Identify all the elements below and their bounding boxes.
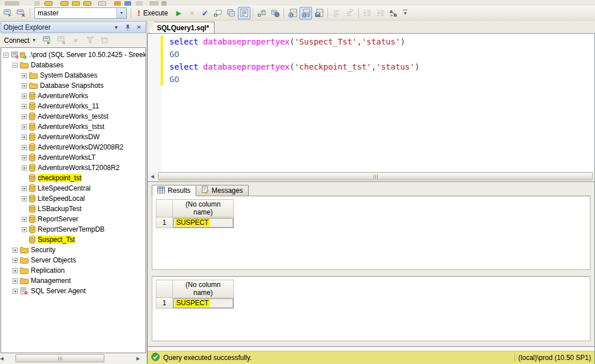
execution-plan-icon[interactable]: [225, 7, 237, 19]
tree-item[interactable]: +AdventureWorksDW: [1, 132, 145, 142]
close-icon[interactable]: ✕: [135, 23, 143, 31]
grid-row-header[interactable]: 1: [156, 217, 173, 228]
expand-icon[interactable]: +: [22, 83, 27, 88]
expand-icon[interactable]: +: [13, 248, 18, 253]
expand-icon[interactable]: +: [22, 196, 27, 201]
expand-icon[interactable]: +: [22, 94, 27, 99]
expand-icon[interactable]: +: [22, 186, 27, 191]
tab-results[interactable]: Results: [152, 185, 196, 196]
change-connection-icon[interactable]: [2, 7, 14, 19]
tree-item[interactable]: +Management: [1, 276, 145, 286]
expand-icon[interactable]: +: [13, 289, 18, 294]
expand-icon[interactable]: +: [22, 145, 27, 150]
tree-item[interactable]: +AdventureWorks_11: [1, 101, 145, 111]
grid-column-header[interactable]: (No column name): [173, 280, 234, 298]
expand-icon[interactable]: +: [22, 73, 27, 78]
toolbar-separator: [131, 8, 131, 18]
code-area[interactable]: select databasepropertyex('Suspect_Tst',…: [163, 34, 594, 172]
connect-server-icon[interactable]: [41, 34, 54, 47]
tree-item[interactable]: +AdventureWorksDW2008R2: [1, 142, 145, 152]
clipped-icon: [149, 1, 159, 6]
tab-sqlquery1[interactable]: SQLQuery1.sql*: [149, 22, 214, 33]
debug-play-icon[interactable]: ▶: [172, 7, 185, 19]
success-check-icon: [151, 353, 160, 363]
expand-icon[interactable]: +: [22, 155, 27, 160]
scroll-left-icon[interactable]: ◀: [148, 172, 157, 181]
collapse-icon[interactable]: −: [3, 52, 9, 58]
tree-item[interactable]: +AdventureWorks_tstst: [1, 122, 145, 132]
tree-item[interactable]: +AdventureWorksLT: [1, 152, 145, 163]
tree-item[interactable]: +Replication: [1, 265, 145, 276]
disconnect-icon[interactable]: [15, 7, 27, 19]
execute-button[interactable]: ! Execute: [133, 7, 172, 19]
results-to-text-icon[interactable]: 1010: [286, 7, 299, 19]
chevron-down-icon[interactable]: ▼: [116, 8, 126, 18]
editor-hscrollbar[interactable]: ◀: [147, 172, 595, 181]
grid-cell[interactable]: SUSPECT: [173, 217, 234, 228]
expand-icon[interactable]: +: [13, 258, 18, 263]
template-parameters-icon[interactable]: [212, 7, 224, 19]
database-icon: [29, 215, 35, 223]
results-to-file-icon[interactable]: 1010: [313, 7, 325, 19]
tree-item[interactable]: checkpoint_tst: [1, 173, 145, 183]
pin-icon[interactable]: [123, 23, 132, 31]
grid-row-header[interactable]: 1: [156, 298, 173, 309]
client-statistics-icon[interactable]: [269, 7, 281, 19]
toolbar-overflow-icon[interactable]: ▼: [400, 9, 410, 17]
expand-icon[interactable]: +: [13, 268, 18, 273]
clipped-icon: [114, 1, 121, 6]
scroll-right-icon[interactable]: ▶: [133, 354, 143, 363]
tree-item[interactable]: +AdventureWorksLT2008R2: [1, 163, 145, 173]
messages-icon: [201, 186, 209, 195]
result-grid-2[interactable]: (No column name)1SUSPECT: [152, 276, 590, 341]
object-explorer-hscrollbar[interactable]: ◀ ▶: [1, 354, 146, 363]
grid-corner[interactable]: [156, 200, 173, 217]
tree-item[interactable]: −Databases: [1, 60, 145, 70]
tab-messages[interactable]: Messages: [196, 185, 249, 196]
expand-icon[interactable]: +: [22, 124, 27, 130]
query-options-icon[interactable]: [238, 7, 250, 19]
tree-item[interactable]: LSBackupTest: [1, 204, 145, 214]
scroll-left-icon[interactable]: ◀: [0, 354, 6, 363]
tree-item[interactable]: +LiteSpeedCentral: [1, 183, 145, 193]
tree-item[interactable]: +ReportServer: [1, 214, 145, 224]
expand-icon[interactable]: +: [22, 165, 27, 171]
scrollbar-thumb[interactable]: [15, 354, 104, 362]
window-position-icon[interactable]: ▾: [112, 23, 120, 31]
expand-icon[interactable]: +: [22, 227, 27, 232]
collapse-icon[interactable]: −: [13, 63, 18, 68]
tree-item[interactable]: +ReportServerTempDB: [1, 224, 145, 234]
connect-button[interactable]: Connect ▼: [1, 35, 39, 46]
tree-item[interactable]: Suspect_Tst: [1, 234, 145, 245]
results-to-grid-icon[interactable]: 1010: [299, 7, 312, 19]
grid-corner[interactable]: [156, 280, 173, 298]
cancel-query-icon: ■: [185, 7, 198, 19]
tree-item[interactable]: +Server Objects: [1, 255, 145, 265]
database-icon: [29, 112, 35, 120]
tree-item[interactable]: −.\prod (SQL Server 10.50.2425 - Sreekan: [1, 50, 145, 60]
tree-item[interactable]: +System Databases: [1, 70, 145, 80]
tree-item[interactable]: +AdventureWorks_testst: [1, 111, 145, 122]
expand-icon[interactable]: +: [22, 114, 27, 119]
expand-icon[interactable]: +: [22, 217, 27, 222]
scrollbar-thumb[interactable]: [158, 172, 593, 180]
statusbar-area: Query executed successfully. (local)\pro…: [147, 347, 595, 364]
tree-item[interactable]: +LiteSpeedLocal: [1, 193, 145, 204]
database-icon: [29, 133, 35, 141]
result-grid-1[interactable]: (No column name)1SUSPECT: [152, 196, 590, 270]
expand-icon[interactable]: +: [13, 278, 18, 284]
parse-check-icon[interactable]: ✓: [199, 7, 211, 19]
comment-lines-icon: [330, 7, 343, 19]
expand-icon[interactable]: +: [22, 135, 27, 140]
tree-item[interactable]: +Database Snapshots: [1, 80, 145, 91]
grid-cell[interactable]: SUSPECT: [173, 298, 234, 309]
expand-icon[interactable]: +: [22, 104, 27, 109]
available-databases-combo[interactable]: master ▼: [34, 7, 127, 19]
tree-item[interactable]: +SQL Server Agent: [1, 286, 145, 296]
tree-item[interactable]: +AdventureWorks: [1, 91, 145, 101]
a-to-b-substitution-icon[interactable]: A,B: [387, 7, 400, 19]
sql-editor[interactable]: select databasepropertyex('Suspect_Tst',…: [147, 33, 595, 172]
grid-column-header[interactable]: (No column name): [173, 200, 234, 217]
tree-item[interactable]: +Security: [1, 245, 145, 255]
database-tuning-advisor-icon[interactable]: [256, 7, 268, 19]
